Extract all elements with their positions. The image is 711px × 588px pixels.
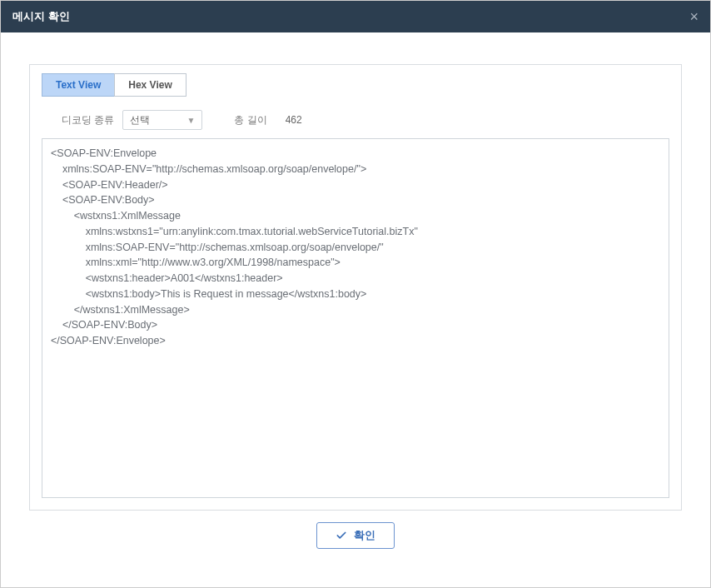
dialog-title: 메시지 확인 [12, 9, 70, 24]
decoding-label: 디코딩 종류 [62, 113, 114, 127]
tab-text-view[interactable]: Text View [42, 73, 115, 97]
controls-row: 디코딩 종류 선택 ▼ 총 길이 462 [62, 110, 669, 130]
decoding-select[interactable]: 선택 ▼ [122, 110, 202, 130]
content-panel: Text View Hex View 디코딩 종류 선택 ▼ 총 길이 462 … [29, 64, 682, 511]
message-content[interactable]: <SOAP-ENV:Envelope xmlns:SOAP-ENV="http:… [42, 138, 669, 498]
ok-button[interactable]: 확인 [316, 522, 395, 549]
dialog-footer: 확인 [29, 511, 682, 571]
chevron-down-icon: ▼ [186, 116, 195, 125]
dialog-body: Text View Hex View 디코딩 종류 선택 ▼ 총 길이 462 … [1, 32, 710, 587]
tab-hex-view[interactable]: Hex View [114, 73, 186, 97]
titlebar: 메시지 확인 × [1, 1, 710, 32]
check-icon [336, 530, 347, 541]
message-dialog: 메시지 확인 × Text View Hex View 디코딩 종류 선택 ▼ … [0, 0, 711, 588]
ok-label: 확인 [354, 528, 375, 543]
tab-bar: Text View Hex View [42, 73, 669, 97]
length-label: 총 길이 [234, 113, 266, 127]
select-value: 선택 [130, 113, 150, 127]
length-value: 462 [276, 114, 317, 126]
close-icon[interactable]: × [686, 7, 702, 26]
